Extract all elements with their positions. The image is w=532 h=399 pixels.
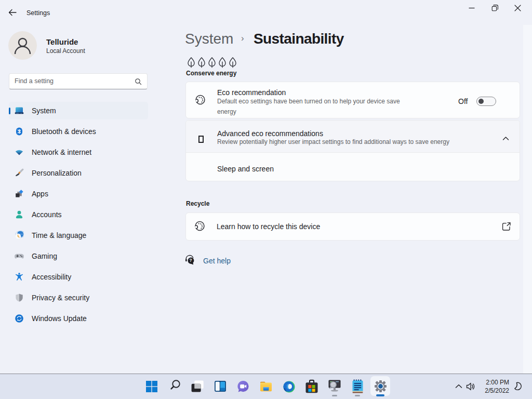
svg-text:?: ? [189,258,192,263]
